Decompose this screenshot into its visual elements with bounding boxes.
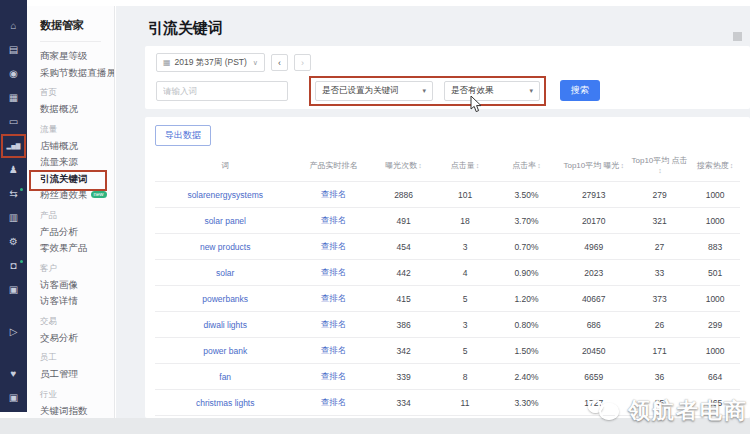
sidebar: 数据管家 商家星等级采购节数据直播屏首页数据概况流量店铺概况流量来源引流关键词粉… xyxy=(27,6,115,418)
view-rank-link[interactable]: 查排名 xyxy=(321,319,347,329)
sidebar-item-label: 零效果产品 xyxy=(40,242,88,253)
prev-week-button[interactable]: ‹ xyxy=(271,54,288,71)
column-header[interactable]: Top10平均 曝光↕ xyxy=(559,151,629,182)
keyword-link[interactable]: new products xyxy=(200,242,251,252)
bar-chart-icon[interactable]: ▂▅▇ xyxy=(0,134,27,158)
orders-icon[interactable]: ▤ xyxy=(0,38,27,62)
sidebar-item-7[interactable]: 引流关键词 xyxy=(27,171,114,188)
clicks-cell: 101 xyxy=(436,182,495,208)
search-button[interactable]: 搜索 xyxy=(560,80,600,101)
exposures-cell: 442 xyxy=(371,260,435,286)
top10-clicks-cell: 33 xyxy=(629,260,690,286)
exposures-cell: 454 xyxy=(371,234,435,260)
keyword-link[interactable]: fan xyxy=(219,372,231,382)
briefcase-icon[interactable]: ▣ xyxy=(0,278,27,302)
column-header[interactable]: Top10平均 点击↕ xyxy=(629,151,690,182)
view-rank-link[interactable]: 查排名 xyxy=(321,241,347,251)
clicks-cell: 11 xyxy=(436,390,495,416)
bag-icon[interactable]: ◘ xyxy=(0,254,27,278)
top10-clicks-cell: 36 xyxy=(629,364,690,390)
column-header[interactable]: 点击量↕ xyxy=(436,151,495,182)
keyword-link[interactable]: solar panel xyxy=(204,216,246,226)
view-rank-link[interactable]: 查排名 xyxy=(321,189,347,199)
search-heat-cell: 299 xyxy=(690,312,740,338)
keyword-link[interactable]: solarenergysystems xyxy=(187,190,263,200)
scrollbar-fragment[interactable] xyxy=(733,32,742,41)
shield-icon[interactable]: ◉ xyxy=(0,62,27,86)
sidebar-item-0[interactable]: 商家星等级 xyxy=(27,48,114,65)
sort-icon[interactable]: ↕ xyxy=(418,162,422,169)
export-data-button[interactable]: 导出数据 xyxy=(155,125,211,146)
keyword-link[interactable]: powerbanks xyxy=(202,294,248,304)
calendar-icon: ▦ xyxy=(163,58,171,67)
search-heat-cell: 883 xyxy=(690,234,740,260)
sidebar-item-label: 访客详情 xyxy=(40,295,78,306)
sidebar-item-16[interactable]: 交易分析 xyxy=(27,330,114,347)
exposures-cell: 386 xyxy=(371,312,435,338)
messages-icon[interactable]: ▭ xyxy=(0,110,27,134)
ctr-cell: 1.50% xyxy=(494,338,558,364)
sort-icon[interactable]: ↕ xyxy=(537,162,541,169)
view-rank-link[interactable]: 查排名 xyxy=(321,397,347,407)
week-picker-value: 2019 第37周 (PST) xyxy=(175,57,247,69)
keyword-link[interactable]: solar xyxy=(216,268,234,278)
sort-icon[interactable]: ↕ xyxy=(730,162,734,169)
column-header[interactable]: 曝光次数↕ xyxy=(371,151,435,182)
has-effect-dropdown[interactable]: 是否有效果 ▾ xyxy=(444,81,540,101)
sidebar-item-20[interactable]: 关键词指数 xyxy=(27,403,114,419)
top10-exposure-cell: 4969 xyxy=(559,234,629,260)
next-week-button[interactable]: › xyxy=(294,54,311,71)
clicks-cell: 3 xyxy=(436,312,495,338)
customers-icon[interactable]: ♟ xyxy=(0,158,27,182)
view-rank-link[interactable]: 查排名 xyxy=(321,345,347,355)
sidebar-item-18[interactable]: 员工管理 xyxy=(27,366,114,383)
keyword-link[interactable]: diwali lights xyxy=(203,320,246,330)
view-rank-link[interactable]: 查排名 xyxy=(321,371,347,381)
sort-icon[interactable]: ↕ xyxy=(620,162,624,169)
home-icon[interactable]: ⌂ xyxy=(0,14,27,38)
sidebar-section-label: 流量 xyxy=(27,118,114,138)
apps-grid-icon[interactable]: ▦ xyxy=(0,86,27,110)
clicks-cell: 4 xyxy=(436,260,495,286)
search-heat-cell: 664 xyxy=(690,364,740,390)
clipboard-icon[interactable]: ▥ xyxy=(0,206,27,230)
ctr-cell: 3.50% xyxy=(494,182,558,208)
sidebar-item-10[interactable]: 产品分析 xyxy=(27,224,114,241)
heart-icon[interactable]: ♥ xyxy=(0,362,27,386)
sidebar-item-3[interactable]: 数据概况 xyxy=(27,101,114,118)
column-header[interactable]: 搜索热度↕ xyxy=(690,151,740,182)
sidebar-item-1[interactable]: 采购节数据直播屏 xyxy=(27,65,114,82)
share-icon[interactable]: ⇆ xyxy=(0,182,27,206)
exposures-cell: 491 xyxy=(371,208,435,234)
sidebar-section-label: 客户 xyxy=(27,257,114,277)
sort-icon[interactable]: ↕ xyxy=(476,162,480,169)
sidebar-section-label: 首页 xyxy=(27,81,114,101)
column-header: 产品实时排名 xyxy=(295,151,371,182)
sidebar-item-6[interactable]: 流量来源 xyxy=(27,154,114,171)
sort-icon[interactable]: ↕ xyxy=(658,167,662,174)
send-icon[interactable]: ▷ xyxy=(0,320,27,344)
main-content: 引流关键词 ▦ 2019 第37周 (PST) ∨ ‹ › 是否已设置为关键词 … xyxy=(116,6,750,418)
view-rank-link[interactable]: 查排名 xyxy=(321,293,347,303)
caret-down-icon: ▾ xyxy=(529,87,533,95)
sidebar-item-8[interactable]: 粉丝通效果new xyxy=(27,187,114,204)
divider xyxy=(40,41,101,42)
sidebar-item-5[interactable]: 店铺概况 xyxy=(27,138,114,155)
column-header[interactable]: 点击率↕ xyxy=(494,151,558,182)
table-row: diwali lights查排名38630.80%68626299 xyxy=(155,312,740,338)
view-rank-link[interactable]: 查排名 xyxy=(321,267,347,277)
gear-icon[interactable]: ⚙ xyxy=(0,230,27,254)
camera-icon[interactable]: ▣ xyxy=(0,386,27,410)
keyword-link[interactable]: power bank xyxy=(203,346,247,356)
keyword-set-dropdown[interactable]: 是否已设置为关键词 ▾ xyxy=(315,81,433,101)
ctr-cell: 2.40% xyxy=(494,364,558,390)
sidebar-item-13[interactable]: 访客画像 xyxy=(27,277,114,294)
keyword-link[interactable]: christmas lights xyxy=(196,398,255,408)
sidebar-item-14[interactable]: 访客详情 xyxy=(27,293,114,310)
week-picker[interactable]: ▦ 2019 第37周 (PST) ∨ xyxy=(156,53,265,72)
sidebar-item-11[interactable]: 零效果产品 xyxy=(27,240,114,257)
keyword-search-input[interactable] xyxy=(156,81,288,101)
table-panel: 导出数据 词产品实时排名曝光次数↕点击量↕点击率↕Top10平均 曝光↕Top1… xyxy=(145,117,750,418)
view-rank-link[interactable]: 查排名 xyxy=(321,215,347,225)
sidebar-item-label: 数据概况 xyxy=(40,103,78,114)
